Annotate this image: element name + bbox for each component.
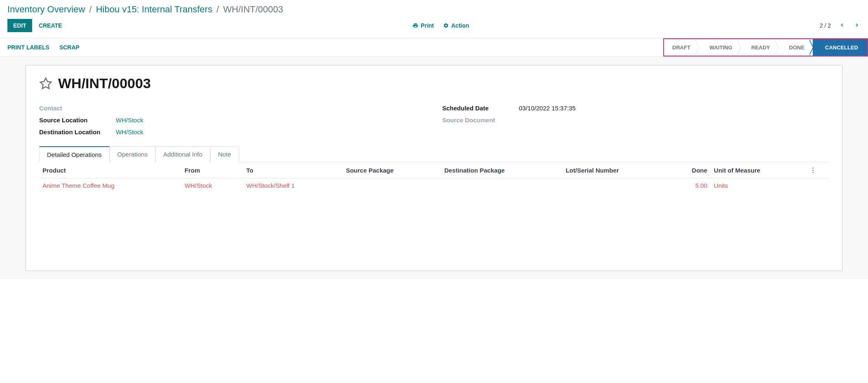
table-row[interactable]: Anime Theme Coffee Mug WH/Stock WH/Stock… bbox=[39, 178, 829, 193]
cell-lot bbox=[562, 178, 671, 193]
destination-location-label: Destination Location bbox=[39, 128, 116, 135]
actionbar: PRINT LABELS SCRAP DRAFT WAITING READY D… bbox=[0, 38, 868, 57]
source-document-label: Source Document bbox=[442, 117, 519, 124]
pager-next-button[interactable] bbox=[853, 21, 861, 30]
cell-product: Anime Theme Coffee Mug bbox=[39, 178, 181, 193]
svg-marker-0 bbox=[40, 78, 52, 88]
status-draft[interactable]: DRAFT bbox=[664, 39, 699, 56]
breadcrumb-sep: / bbox=[215, 4, 221, 14]
cell-from: WH/Stock bbox=[181, 178, 243, 193]
cell-destination-package bbox=[441, 178, 563, 193]
col-uom: Unit of Measure bbox=[711, 162, 807, 178]
contact-label: Contact bbox=[39, 105, 116, 112]
operations-table: Product From To Source Package Destinati… bbox=[39, 162, 829, 193]
col-destination-package: Destination Package bbox=[441, 162, 563, 178]
chevron-right-icon bbox=[854, 22, 860, 28]
status-done[interactable]: DONE bbox=[778, 39, 813, 56]
col-source-package: Source Package bbox=[343, 162, 441, 178]
form-sheet: WH/INT/00003 Contact Source Location WH/… bbox=[26, 65, 842, 271]
breadcrumb-link-inventory[interactable]: Inventory Overview bbox=[7, 4, 85, 14]
source-location-value[interactable]: WH/Stock bbox=[116, 117, 143, 124]
scheduled-date-value: 03/10/2022 15:37:35 bbox=[519, 105, 576, 112]
tabs: Detailed Operations Operations Additiona… bbox=[39, 146, 829, 162]
col-from: From bbox=[181, 162, 243, 178]
breadcrumb-sep: / bbox=[87, 4, 93, 14]
tab-note[interactable]: Note bbox=[210, 146, 239, 162]
gear-icon bbox=[443, 23, 449, 28]
status-cancelled[interactable]: CANCELLED bbox=[813, 39, 867, 56]
print-button[interactable]: Print bbox=[413, 22, 434, 29]
source-location-label: Source Location bbox=[39, 117, 116, 124]
cell-source-package bbox=[343, 178, 441, 193]
print-icon bbox=[413, 23, 418, 28]
tab-additional-info[interactable]: Additional Info bbox=[155, 146, 210, 162]
record-title: WH/INT/00003 bbox=[58, 75, 151, 91]
col-product: Product bbox=[39, 162, 181, 178]
create-button[interactable]: CREATE bbox=[39, 22, 62, 29]
col-lot: Lot/Serial Number bbox=[562, 162, 671, 178]
star-icon[interactable] bbox=[39, 77, 52, 90]
chevron-left-icon bbox=[839, 22, 845, 28]
pager-prev-button[interactable] bbox=[838, 21, 846, 30]
tab-detailed-operations[interactable]: Detailed Operations bbox=[39, 146, 110, 162]
action-button[interactable]: Action bbox=[443, 22, 469, 29]
scheduled-date-label: Scheduled Date bbox=[442, 105, 519, 112]
pager-text: 2 / 2 bbox=[820, 22, 831, 29]
status-waiting[interactable]: WAITING bbox=[699, 39, 741, 56]
status-ready[interactable]: READY bbox=[741, 39, 779, 56]
breadcrumb-current: WH/INT/00003 bbox=[223, 4, 284, 14]
destination-location-value[interactable]: WH/Stock bbox=[116, 128, 143, 135]
cell-to: WH/Stock/Shelf 1 bbox=[243, 178, 343, 193]
statusbar: DRAFT WAITING READY DONE CANCELLED bbox=[663, 38, 868, 56]
col-to: To bbox=[243, 162, 343, 178]
tab-operations[interactable]: Operations bbox=[110, 146, 155, 162]
breadcrumb: Inventory Overview / Hibou v15: Internal… bbox=[0, 0, 868, 17]
scrap-button[interactable]: SCRAP bbox=[59, 44, 80, 51]
edit-button[interactable]: EDIT bbox=[7, 19, 32, 32]
col-done: Done bbox=[671, 162, 711, 178]
cell-done: 5.00 bbox=[671, 178, 711, 193]
table-options-button[interactable]: ⋮ bbox=[807, 162, 829, 178]
cell-uom: Units bbox=[711, 178, 807, 193]
print-labels-button[interactable]: PRINT LABELS bbox=[7, 44, 49, 51]
toolbar: EDIT CREATE Print Action 2 / 2 bbox=[0, 17, 868, 38]
breadcrumb-link-transfers[interactable]: Hibou v15: Internal Transfers bbox=[96, 4, 212, 14]
